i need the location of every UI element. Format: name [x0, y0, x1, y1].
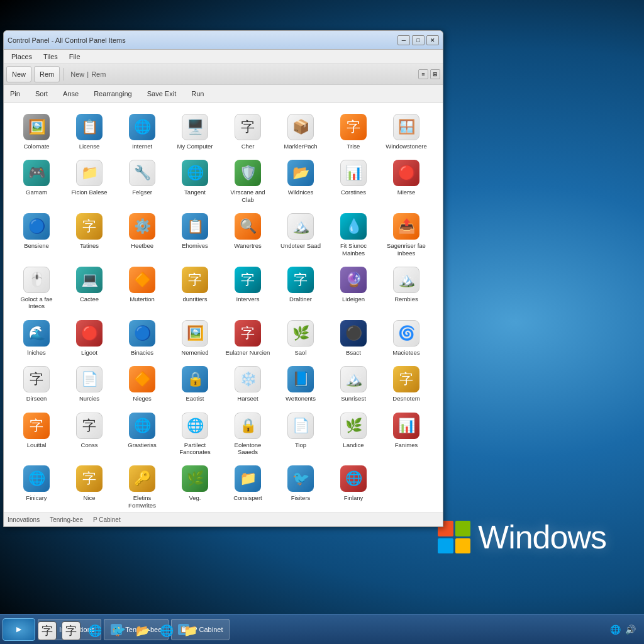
- app-item-app-50[interactable]: 字Conss: [64, 409, 114, 460]
- app-item-app-18[interactable]: 字Tatines: [64, 209, 114, 260]
- desktop-icon-3[interactable]: 🌐: [86, 621, 104, 640]
- app-label-app-59: Eletins Fomwrites: [119, 494, 165, 509]
- app-item-app-31[interactable]: 🔮Lideigen: [328, 263, 379, 314]
- app-item-app-23[interactable]: 💧Fit Siunoc Mainbes: [328, 209, 379, 260]
- app-item-app-44[interactable]: 🔒Eaotist: [170, 362, 220, 406]
- minimize-button[interactable]: ─: [397, 35, 410, 45]
- toolbar2-anse[interactable]: Anse: [59, 89, 82, 99]
- app-item-app-25[interactable]: 🖱️Goloct a fae Inteos: [11, 263, 62, 314]
- app-item-app-10[interactable]: 📁Ficion Balese: [64, 156, 114, 207]
- menu-places[interactable]: Places: [6, 52, 37, 62]
- tray-network-icon[interactable]: 🌐: [609, 623, 621, 636]
- desktop-icon-4[interactable]: 🐦: [109, 621, 128, 640]
- app-item-app-62[interactable]: 🐦Fisiters: [275, 462, 326, 513]
- app-item-app-47[interactable]: 🏔️Sunrisest: [328, 362, 379, 406]
- app-item-app-14[interactable]: 📂Wildnices: [275, 156, 326, 207]
- toolbar2-save-exit[interactable]: Save Exit: [143, 89, 180, 99]
- app-icon-app-28: 字: [182, 267, 208, 293]
- app-item-app-34[interactable]: 🔴Ligoot: [64, 316, 114, 360]
- app-label-app-31: Lideigen: [342, 296, 365, 303]
- app-item-app-45[interactable]: ❄️Harseet: [223, 362, 273, 406]
- app-item-app-29[interactable]: 字Intervers: [223, 263, 273, 314]
- app-item-app-6[interactable]: 📦MarklerPach: [275, 110, 326, 153]
- app-item-app-9[interactable]: 🎮Gamam: [11, 156, 62, 207]
- maximize-button[interactable]: □: [412, 35, 425, 45]
- menu-tiles[interactable]: Tiles: [38, 52, 63, 62]
- app-item-app-30[interactable]: 字Draltiner: [275, 263, 326, 314]
- toolbar2-sort[interactable]: Sort: [31, 89, 52, 99]
- content-area[interactable]: 🖼️Colornate📋License🌐Internet🖥️My Compute…: [4, 103, 443, 513]
- app-item-app-39[interactable]: ⚫Bsact: [328, 316, 379, 360]
- toolbar-label3: Rem: [91, 70, 106, 78]
- app-item-app-22[interactable]: 🏔️Undoteer Saad: [275, 209, 326, 260]
- app-item-app-15[interactable]: 📊Corstines: [328, 156, 379, 207]
- app-item-app-16[interactable]: 🔴Mierse: [381, 156, 431, 207]
- app-item-app-59[interactable]: 🔑Eletins Fomwrites: [117, 462, 167, 513]
- app-item-app-27[interactable]: 🔶Mutertion: [117, 263, 167, 314]
- app-item-app-5[interactable]: 字Cher: [223, 110, 273, 153]
- app-label-app-8: Windowstonere: [386, 143, 426, 150]
- desktop-icon-5[interactable]: 📂: [133, 621, 152, 640]
- app-item-app-37[interactable]: 字Eulatner Nurcien: [223, 316, 273, 360]
- app-item-app-58[interactable]: 字Nice: [64, 462, 114, 513]
- app-label-app-23: Fit Siunoc Mainbes: [331, 242, 376, 257]
- app-item-app-2[interactable]: 📋License: [64, 110, 114, 153]
- new-button[interactable]: New: [6, 66, 31, 82]
- desktop-icon-2[interactable]: 字: [62, 621, 80, 640]
- app-item-app-63[interactable]: 🌐Finlany: [328, 462, 379, 513]
- app-item-app-56[interactable]: 📊Fanimes: [381, 409, 431, 460]
- app-item-app-13[interactable]: 🛡️Virscane and Clab: [223, 156, 273, 207]
- start-button[interactable]: ▶: [3, 618, 35, 641]
- app-item-app-35[interactable]: 🔵Binacies: [117, 316, 167, 360]
- app-item-app-60[interactable]: 🌿Veg.: [170, 462, 220, 513]
- app-item-app-17[interactable]: 🔵Bensiene: [11, 209, 62, 260]
- app-item-app-43[interactable]: 🔶Nieges: [117, 362, 167, 406]
- app-item-app-11[interactable]: 🔧Felgser: [117, 156, 167, 207]
- app-item-app-53[interactable]: 🔒Eolentone Saaeds: [223, 409, 273, 460]
- toolbar2-rearranging[interactable]: Rearranging: [90, 89, 136, 99]
- app-label-app-46: Wettonents: [286, 395, 316, 402]
- app-item-app-42[interactable]: 📄Nurcies: [64, 362, 114, 406]
- toolbar-label: New: [70, 70, 84, 78]
- app-item-app-41[interactable]: 字Dirseen: [11, 362, 62, 406]
- view-toggle-2[interactable]: ⊞: [430, 69, 440, 79]
- app-item-app-57[interactable]: 🌐Finicary: [11, 462, 62, 513]
- app-item-app-21[interactable]: 🔍Wanertres: [223, 209, 273, 260]
- app-item-app-12[interactable]: 🌐Tangent: [170, 156, 220, 207]
- app-item-app-36[interactable]: 🖼️Nemenied: [170, 316, 220, 360]
- app-item-app-4[interactable]: 🖥️My Computer: [170, 110, 220, 153]
- view-toggle[interactable]: ≡: [418, 69, 428, 79]
- app-item-app-40[interactable]: 🌀Macietees: [381, 316, 431, 360]
- menu-file[interactable]: File: [64, 52, 86, 62]
- app-item-app-54[interactable]: 📄Tiop: [275, 409, 326, 460]
- app-item-app-1[interactable]: 🖼️Colornate: [11, 110, 62, 153]
- app-item-app-28[interactable]: 字dunritiers: [170, 263, 220, 314]
- app-item-app-24[interactable]: 📤Sagenriser fae Inbees: [381, 209, 431, 260]
- app-item-app-19[interactable]: ⚙️Heetbee: [117, 209, 167, 260]
- close-button[interactable]: ✕: [426, 35, 439, 45]
- app-item-app-38[interactable]: 🌿Saol: [275, 316, 326, 360]
- app-item-app-46[interactable]: 📘Wettonents: [275, 362, 326, 406]
- app-item-app-49[interactable]: 字Louittal: [11, 409, 62, 460]
- toolbar2-pin[interactable]: Pin: [6, 89, 24, 99]
- app-item-app-3[interactable]: 🌐Internet: [117, 110, 167, 153]
- app-item-app-33[interactable]: 🌊lniches: [11, 316, 62, 360]
- tray-sound-icon[interactable]: 🔊: [624, 623, 636, 636]
- app-item-app-51[interactable]: 🌐Grastieriss: [117, 409, 167, 460]
- rem-button[interactable]: Rem: [34, 66, 60, 82]
- app-item-app-26[interactable]: 💻Cactee: [64, 263, 114, 314]
- toolbar2-run[interactable]: Run: [187, 89, 208, 99]
- app-item-app-8[interactable]: 🪟Windowstonere: [381, 110, 431, 153]
- app-item-app-52[interactable]: 🌐Partilect Fanconates: [170, 409, 220, 460]
- app-icon-app-21: 🔍: [235, 213, 261, 240]
- app-item-app-7[interactable]: 字Trise: [328, 110, 379, 153]
- app-item-app-61[interactable]: 📁Consispert: [223, 462, 273, 513]
- app-label-app-17: Bensiene: [24, 242, 49, 249]
- app-item-app-55[interactable]: 🌿Landice: [328, 409, 379, 460]
- app-item-app-32[interactable]: 🏔️Rembies: [381, 263, 431, 314]
- desktop-icon-1[interactable]: 字: [38, 621, 57, 640]
- app-item-app-48[interactable]: 字Desnotem: [381, 362, 431, 406]
- desktop-icon-6[interactable]: 🌐: [157, 621, 176, 640]
- desktop-icon-7[interactable]: 📁: [181, 621, 200, 640]
- app-item-app-20[interactable]: 📋Ehomives: [170, 209, 220, 260]
